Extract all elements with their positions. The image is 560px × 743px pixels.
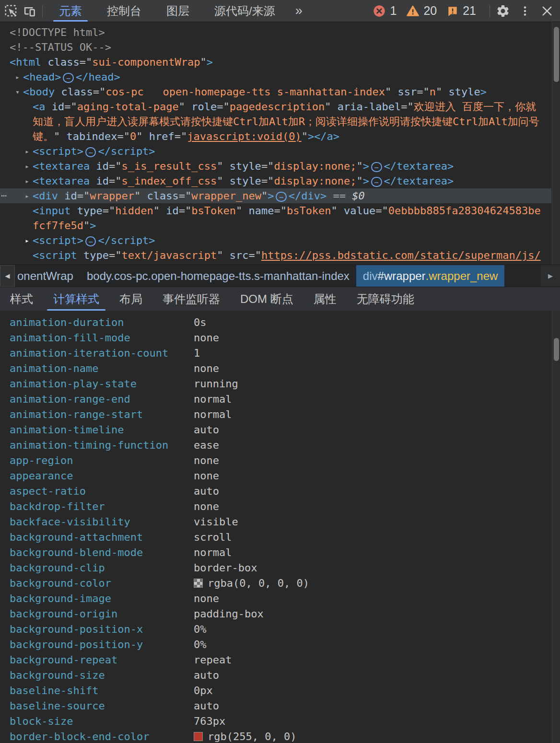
ellipsis-pill[interactable]: … <box>371 177 382 187</box>
computed-property-row[interactable]: appearancenone <box>0 468 560 483</box>
computed-property-row[interactable]: animation-timing-functionease <box>0 437 560 453</box>
computed-property-row[interactable]: baseline-sourceauto <box>0 698 560 713</box>
dom-tree-line[interactable]: <!DOCTYPE html> <box>0 25 551 40</box>
dom-tree-line[interactable]: ▸<head>…</head> <box>0 70 551 84</box>
ellipsis-pill[interactable]: … <box>85 236 96 246</box>
attr-value-token: cos-pc open-homepage-tts s-manhattan-ind… <box>105 86 385 98</box>
property-value: 0% <box>194 623 207 635</box>
expand-arrow-icon[interactable]: ▸ <box>25 159 33 174</box>
menu-button[interactable] <box>516 5 534 17</box>
dom-tree-line[interactable]: <html class="sui-componentWrap"> <box>0 55 551 70</box>
computed-property-row[interactable]: backdrop-filternone <box>0 499 560 514</box>
error-badge[interactable]: 1 <box>373 4 397 18</box>
row-menu-dots-icon[interactable]: ⋯ <box>1 188 7 203</box>
ellipsis-pill[interactable]: … <box>85 147 96 157</box>
property-name: animation-duration <box>10 316 194 328</box>
computed-property-row[interactable]: background-position-y0% <box>0 637 560 652</box>
tab-properties[interactable]: 属性 <box>303 287 347 311</box>
tab-styles[interactable]: 样式 <box>0 287 43 311</box>
ellipsis-pill[interactable]: … <box>63 73 73 83</box>
tab-computed[interactable]: 计算样式 <box>43 287 109 311</box>
dom-tree-line[interactable]: ▾<body class="cos-pc open-homepage-tts s… <box>0 84 551 99</box>
dom-tree-line[interactable]: <a id="aging-total-page" role="pagedescr… <box>0 99 551 114</box>
breadcrumb-item-selected[interactable]: div#wrapper.wrapper_new <box>356 265 505 287</box>
issues-badge[interactable]: 21 <box>446 4 476 18</box>
computed-property-row[interactable]: backface-visibilityvisible <box>0 514 560 529</box>
computed-property-row[interactable]: baseline-shift0px <box>0 683 560 698</box>
toolbar-right-divider <box>490 5 490 17</box>
tab-console[interactable]: 控制台 <box>94 0 154 22</box>
dom-tree-line[interactable]: <input type="hidden" id="bsToken" name="… <box>0 203 551 218</box>
computed-property-row[interactable]: aspect-ratioauto <box>0 483 560 499</box>
property-value-text: border-box <box>194 562 257 574</box>
computed-property-row[interactable]: block-size763px <box>0 713 560 729</box>
property-name: animation-name <box>10 362 194 374</box>
computed-property-row[interactable]: animation-fill-modenone <box>0 330 560 345</box>
computed-property-row[interactable]: border-block-end-colorrgb(255, 0, 0) <box>0 729 560 743</box>
expand-arrow-icon[interactable]: ▾ <box>15 85 23 100</box>
dom-tree-line[interactable]: ▸<textarea id="s_is_result_css" style="d… <box>0 159 551 174</box>
punct-token: =" <box>93 86 106 98</box>
computed-property-row[interactable]: background-imagenone <box>0 591 560 606</box>
dom-tree-line[interactable]: ▸<textarea id="s_index_off_css" style="d… <box>0 174 551 188</box>
tab-sources[interactable]: 源代码/来源 <box>202 0 288 22</box>
computed-scrollbar[interactable] <box>552 311 560 743</box>
computed-property-row[interactable]: app-regionnone <box>0 453 560 468</box>
expand-arrow-icon[interactable]: ▸ <box>25 144 33 159</box>
computed-property-row[interactable]: animation-play-staterunning <box>0 376 560 391</box>
breadcrumb-scroll-right-button[interactable]: ▶ <box>541 265 560 287</box>
expand-arrow-icon[interactable]: ▸ <box>15 70 23 85</box>
computed-property-row[interactable]: background-repeatrepeat <box>0 652 560 667</box>
color-swatch[interactable] <box>194 732 203 741</box>
scrollbar-thumb[interactable] <box>554 338 559 361</box>
computed-property-row[interactable]: background-colorrgba(0, 0, 0, 0) <box>0 575 560 591</box>
dom-tree-line[interactable]: <script type="text/javascript" src="http… <box>0 248 551 263</box>
computed-property-row[interactable]: background-sizeauto <box>0 667 560 683</box>
computed-property-row[interactable]: background-position-x0% <box>0 621 560 637</box>
computed-property-row[interactable]: background-blend-modenormal <box>0 545 560 560</box>
computed-property-row[interactable]: animation-timelineauto <box>0 422 560 437</box>
inspect-element-button[interactable] <box>2 0 20 22</box>
computed-property-row[interactable]: background-originpadding-box <box>0 606 560 621</box>
warning-badge[interactable]: 20 <box>406 4 437 18</box>
tab-layout[interactable]: 布局 <box>109 287 152 311</box>
expand-arrow-icon[interactable]: ▸ <box>25 174 33 189</box>
expand-arrow-icon[interactable]: ▸ <box>25 189 33 204</box>
dom-tree-line[interactable]: ▸<script>…</script> <box>0 144 551 159</box>
breadcrumb-item[interactable]: onentWrap <box>15 265 80 287</box>
breadcrumb-item[interactable]: body.cos-pc.open-homepage-tts.s-manhatta… <box>80 265 356 287</box>
tab-layers[interactable]: 图层 <box>154 0 202 22</box>
computed-property-row[interactable]: animation-iteration-count1 <box>0 345 560 360</box>
computed-property-row[interactable]: animation-duration0s <box>0 314 560 330</box>
computed-property-row[interactable]: background-attachmentscroll <box>0 529 560 545</box>
dom-tree-line[interactable]: ⋯▸<div id="wrapper" class="wrapper_new">… <box>0 188 551 203</box>
dom-tree-line[interactable]: fcf7fe5d"> <box>0 218 551 233</box>
dom-tree-line[interactable]: ▸<script>…</script> <box>0 233 551 248</box>
dom-tree-line[interactable]: <!--STATUS OK--> <box>0 40 551 55</box>
more-tabs-button[interactable]: » <box>288 0 310 22</box>
tab-dom-breakpoints[interactable]: DOM 断点 <box>230 287 303 311</box>
dom-tree-line[interactable]: 知道，盲人用户进入读屏幕模式请按快捷键Ctrl加Alt加R；阅读详细操作说明请按… <box>0 114 551 129</box>
scrollbar-thumb[interactable] <box>554 27 559 82</box>
device-toolbar-button[interactable] <box>20 0 38 22</box>
elements-scrollbar[interactable] <box>552 22 560 265</box>
ellipsis-pill[interactable]: … <box>371 162 382 172</box>
property-value: auto <box>194 485 219 497</box>
tab-event-listeners[interactable]: 事件监听器 <box>152 287 230 311</box>
breadcrumb-scroll-left-button[interactable]: ◀ <box>0 265 15 287</box>
color-swatch[interactable] <box>194 579 203 588</box>
close-devtools-button[interactable] <box>538 4 556 18</box>
dom-tree-line[interactable]: 键。" tabindex="0" href="javascript:void(0… <box>0 129 551 144</box>
computed-property-row[interactable]: animation-range-endnormal <box>0 391 560 406</box>
ellipsis-pill[interactable]: … <box>276 192 286 202</box>
tab-accessibility[interactable]: 无障碍功能 <box>347 287 424 311</box>
expand-arrow-icon[interactable]: ▸ <box>25 233 33 248</box>
settings-button[interactable] <box>494 4 512 18</box>
property-value-text: auto <box>194 700 219 712</box>
computed-property-row[interactable]: animation-namenone <box>0 360 560 376</box>
attr-value-token: 知道，盲人用户进入读屏幕模式请按快捷键Ctrl加Alt加R；阅读详细操作说明请按… <box>33 116 539 128</box>
tab-elements[interactable]: 元素 <box>47 0 94 22</box>
attr-name-token: type <box>83 249 109 261</box>
computed-property-row[interactable]: background-clipborder-box <box>0 560 560 575</box>
computed-property-row[interactable]: animation-range-startnormal <box>0 406 560 422</box>
